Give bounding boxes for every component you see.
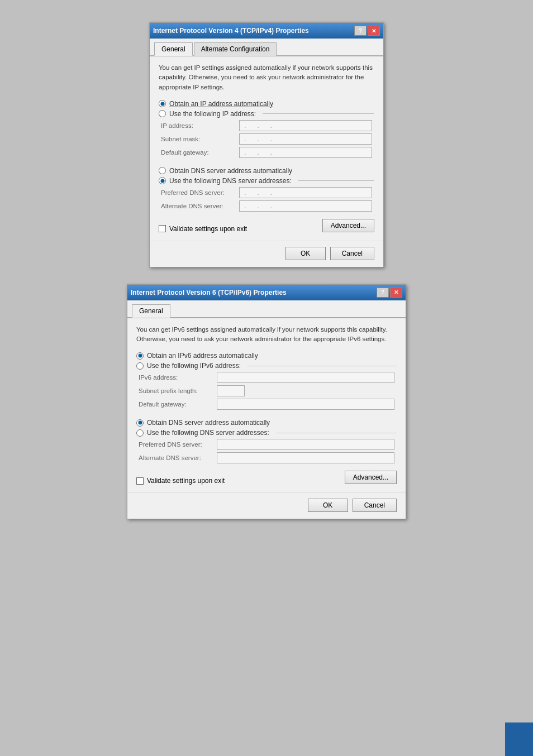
ipv6-window: Internet Protocol Version 6 (TCP/IPv6) P…: [127, 284, 406, 520]
ipv4-ip-address-row: IP address: . . .: [159, 120, 374, 131]
ipv6-validate-label: Validate settings upon exit: [147, 477, 225, 485]
ipv6-subnet-row: Subnet prefix length:: [136, 385, 397, 396]
ipv4-ip-fields: IP address: . . . Subnet mask: . . . Def…: [159, 120, 374, 158]
ipv4-close-button[interactable]: ✕: [368, 26, 380, 36]
radio-manual-dns[interactable]: Use the following DNS server addresses:: [159, 177, 374, 185]
ipv4-ip-label: IP address:: [161, 122, 239, 129]
ipv4-validate-label: Validate settings upon exit: [169, 225, 247, 233]
ipv6-alternate-dns-row: Alternate DNS server:: [136, 452, 397, 463]
ipv4-dns-radio-group: Obtain DNS server address automatically …: [159, 167, 374, 185]
ipv4-title-bar: Internet Protocol Version 4 (TCP/IPv4) P…: [150, 23, 383, 39]
tab-general-ipv4[interactable]: General: [154, 42, 193, 56]
ipv6-address-label: IPv6 address:: [139, 374, 217, 381]
ipv4-title: Internet Protocol Version 4 (TCP/IPv4) P…: [153, 27, 309, 35]
ipv6-content: You can get IPv6 settings assigned autom…: [127, 318, 406, 493]
ipv4-gateway-input[interactable]: . . .: [239, 147, 372, 158]
ipv6-title-controls: ? ✕: [377, 288, 402, 298]
ipv6-gateway-row: Default gateway:: [136, 399, 397, 410]
ipv6-preferred-dns-input[interactable]: [217, 439, 394, 450]
ipv6-info-text: You can get IPv6 settings assigned autom…: [136, 325, 397, 344]
ipv4-dialog-buttons: OK Cancel: [150, 241, 383, 267]
ipv4-gateway-row: Default gateway: . . .: [159, 147, 374, 158]
ipv6-bottom-row: Validate settings upon exit Advanced...: [136, 470, 397, 485]
ipv6-help-button[interactable]: ?: [377, 288, 389, 298]
ipv4-info-text: You can get IP settings assigned automat…: [159, 63, 374, 92]
ipv4-alternate-dns-input[interactable]: . . .: [239, 200, 372, 212]
ipv6-ip-radio-group: Obtain an IPv6 address automatically Use…: [136, 352, 397, 370]
ipv6-ip-fields: IPv6 address: Subnet prefix length: Defa…: [136, 372, 397, 410]
radio-auto-dns-ipv6[interactable]: Obtain DNS server address automatically: [136, 419, 397, 427]
radio-manual-ip-label: Use the following IP address:: [169, 110, 256, 118]
ipv6-title-bar: Internet Protocol Version 6 (TCP/IPv6) P…: [127, 285, 406, 300]
ipv6-dns-fields: Preferred DNS server: Alternate DNS serv…: [136, 439, 397, 463]
tab-alternate-configuration[interactable]: Alternate Configuration: [194, 42, 277, 56]
ipv4-alternate-dns-row: Alternate DNS server: . . .: [159, 200, 374, 212]
radio-auto-ip-circle: [159, 100, 166, 107]
radio-manual-ipv6-circle: [136, 362, 144, 370]
ipv4-help-button[interactable]: ?: [354, 26, 367, 36]
ipv6-ok-button[interactable]: OK: [308, 499, 348, 512]
radio-manual-dns-ipv6-circle: [136, 429, 144, 437]
radio-manual-dns-ipv6-label: Use the following DNS server addresses:: [147, 429, 269, 437]
blue-accent-rect: [505, 722, 533, 756]
radio-manual-dns-ipv6[interactable]: Use the following DNS server addresses:: [136, 429, 397, 437]
ipv4-subnet-input[interactable]: . . .: [239, 133, 372, 145]
ipv6-address-row: IPv6 address:: [136, 372, 397, 383]
ipv4-preferred-dns-row: Preferred DNS server: . . .: [159, 187, 374, 198]
ipv4-preferred-dns-label: Preferred DNS server:: [161, 189, 239, 196]
radio-auto-ip-label: Obtain an IP address automatically: [169, 100, 273, 108]
ipv4-tab-bar: General Alternate Configuration: [150, 39, 383, 56]
ipv6-validate-row: Validate settings upon exit: [136, 477, 225, 485]
ipv4-advanced-button[interactable]: Advanced...: [322, 219, 374, 232]
ipv4-validate-row: Validate settings upon exit: [159, 225, 247, 233]
radio-manual-dns-circle: [159, 177, 166, 184]
radio-auto-dns-ipv6-circle: [136, 419, 144, 427]
ipv6-subnet-input[interactable]: [217, 385, 245, 396]
ipv6-tab-bar: General: [127, 300, 406, 318]
radio-auto-ipv6[interactable]: Obtain an IPv6 address automatically: [136, 352, 397, 360]
radio-manual-dns-label: Use the following DNS server addresses:: [169, 177, 292, 185]
ipv6-validate-checkbox[interactable]: [136, 477, 144, 485]
radio-auto-dns-label: Obtain DNS server address automatically: [169, 167, 292, 175]
ipv4-ip-input[interactable]: . . .: [239, 120, 372, 131]
ipv4-content: You can get IP settings assigned automat…: [150, 56, 383, 241]
radio-auto-dns-ipv6-label: Obtain DNS server address automatically: [147, 419, 270, 427]
ipv4-alternate-dns-label: Alternate DNS server:: [161, 203, 239, 209]
radio-auto-dns-circle: [159, 167, 166, 174]
ipv4-dns-fields: Preferred DNS server: . . . Alternate DN…: [159, 187, 374, 212]
ipv6-preferred-dns-label: Preferred DNS server:: [139, 441, 217, 448]
ipv6-close-button[interactable]: ✕: [390, 288, 402, 298]
radio-manual-ipv6-label: Use the following IPv6 address:: [147, 362, 241, 370]
radio-manual-ipv6[interactable]: Use the following IPv6 address:: [136, 362, 397, 370]
radio-auto-ipv6-label: Obtain an IPv6 address automatically: [147, 352, 258, 360]
radio-auto-ip[interactable]: Obtain an IP address automatically: [159, 100, 374, 108]
ipv4-gateway-label: Default gateway:: [161, 149, 239, 156]
radio-manual-ip[interactable]: Use the following IP address:: [159, 110, 374, 118]
radio-auto-ipv6-circle: [136, 352, 144, 360]
ipv4-bottom-row: Validate settings upon exit Advanced...: [159, 218, 374, 233]
ipv6-dialog-buttons: OK Cancel: [127, 492, 406, 519]
ipv6-alternate-dns-input[interactable]: [217, 452, 394, 463]
ipv6-address-input[interactable]: [217, 372, 394, 383]
ipv4-window: Internet Protocol Version 4 (TCP/IPv4) P…: [149, 22, 384, 267]
radio-auto-dns[interactable]: Obtain DNS server address automatically: [159, 167, 374, 175]
ipv6-dns-radio-group: Obtain DNS server address automatically …: [136, 419, 397, 437]
ipv4-subnet-label: Subnet mask:: [161, 136, 239, 142]
ipv4-cancel-button[interactable]: Cancel: [330, 247, 374, 260]
ipv6-title: Internet Protocol Version 6 (TCP/IPv6) P…: [131, 289, 287, 296]
ipv6-gateway-label: Default gateway:: [139, 401, 217, 408]
ipv4-ok-button[interactable]: OK: [285, 247, 326, 260]
ipv6-subnet-label: Subnet prefix length:: [139, 387, 217, 394]
ipv4-preferred-dns-input[interactable]: . . .: [239, 187, 372, 198]
ipv6-alternate-dns-label: Alternate DNS server:: [139, 454, 217, 461]
ipv4-title-controls: ? ✕: [354, 26, 380, 36]
ipv4-validate-checkbox[interactable]: [159, 225, 166, 232]
ipv6-gateway-input[interactable]: [217, 399, 394, 410]
ipv4-subnet-row: Subnet mask: . . .: [159, 133, 374, 145]
radio-manual-ip-circle: [159, 110, 166, 117]
ipv6-cancel-button[interactable]: Cancel: [353, 499, 397, 512]
ipv6-advanced-button[interactable]: Advanced...: [345, 471, 397, 484]
ipv6-preferred-dns-row: Preferred DNS server:: [136, 439, 397, 450]
tab-general-ipv6[interactable]: General: [132, 304, 170, 318]
ipv4-ip-radio-group: Obtain an IP address automatically Use t…: [159, 100, 374, 118]
